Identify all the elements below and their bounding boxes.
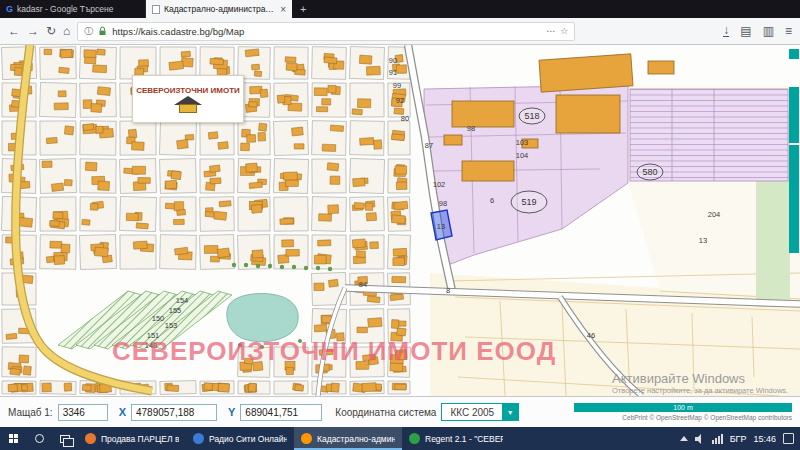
taskbar-app-button[interactable]: Кадастрално-админи... <box>294 427 402 450</box>
scale-ruler: 100 m <box>574 403 792 412</box>
screen: G kadasr - Google Търсене Кадастрално-ад… <box>0 0 800 450</box>
search-icon <box>35 434 44 443</box>
parcel-number: 92 <box>396 96 404 105</box>
x-label: X <box>119 406 126 418</box>
map-attribution: 100 m CebPrint © OpenStreetMap © OpenStr… <box>574 403 792 421</box>
y-coordinate-input[interactable] <box>240 404 322 421</box>
tab-title: Кадастрално-административна... <box>164 4 276 14</box>
parcel-number: 99 <box>393 81 401 90</box>
parcel-number: 90 <box>389 56 397 65</box>
parcel-number: 150 <box>152 314 165 323</box>
task-view-icon <box>60 435 70 443</box>
coord-system-label: Координатна система <box>335 407 436 418</box>
parcel-number: 104 <box>516 151 529 160</box>
parcel-number: 91 <box>389 68 397 77</box>
taskbar-app-button[interactable]: Regent 2.1 - "СЕВЕРО... <box>402 427 510 450</box>
agency-watermark: СЕВЕРОИЗТОЧНИ ИМОТИ ЕООД <box>112 336 556 367</box>
start-button[interactable] <box>0 427 26 450</box>
notification-center-icon[interactable] <box>783 433 794 444</box>
parcel-number: 84 <box>359 280 367 289</box>
zone-number: 519 <box>521 197 536 207</box>
system-tray: БГР 15:46 <box>680 433 800 444</box>
clock[interactable]: 15:46 <box>753 434 776 444</box>
windows-activation-watermark: Активирайте Windows Отворете настройките… <box>612 371 788 395</box>
copyright-text: CebPrint © OpenStreetMap © OpenStreetMap… <box>622 414 792 421</box>
parcel-number: 80 <box>401 114 409 123</box>
menu-icon[interactable]: ≡ <box>785 25 792 37</box>
zone-number: 580 <box>642 167 657 177</box>
map-tool-button[interactable] <box>789 49 799 59</box>
scale-label: Мащаб 1: <box>8 407 53 418</box>
tab-title: kadasr - Google Търсене <box>17 4 139 14</box>
taskbar-apps: Продава ПАРЦЕЛ в ...Радио Сити Онлайн (.… <box>78 427 510 450</box>
windows-logo-icon <box>9 434 18 443</box>
lock-icon <box>98 26 107 36</box>
app-icon <box>85 433 96 444</box>
parcel-number: 98 <box>439 199 447 208</box>
windows-taskbar: Продава ПАРЦЕЛ в ...Радио Сити Онлайн (.… <box>0 427 800 450</box>
taskbar-app-button[interactable]: Продава ПАРЦЕЛ в ... <box>78 427 186 450</box>
parcel-number: 98 <box>467 124 475 133</box>
parcel-number: 8 <box>446 286 450 295</box>
parcel-number: 153 <box>165 321 178 330</box>
parcel-number: 87 <box>425 141 433 150</box>
app-label: Кадастрално-админи... <box>317 434 395 444</box>
site-info-icon[interactable]: ⓘ <box>84 25 93 38</box>
parcel-number: 154 <box>176 296 189 305</box>
chevron-down-icon: ▼ <box>502 404 518 420</box>
scale-input[interactable] <box>58 404 108 421</box>
app-icon <box>193 433 204 444</box>
parcel-number: 46 <box>587 331 595 340</box>
forward-button[interactable]: → <box>27 25 39 37</box>
parcel-number: 6 <box>490 196 494 205</box>
bookmark-star-icon[interactable]: ☆ <box>560 26 568 36</box>
tab-google-search[interactable]: G kadasr - Google Търсене <box>0 0 146 18</box>
reload-button[interactable]: ↻ <box>46 25 56 37</box>
search-button[interactable] <box>26 427 52 450</box>
coord-system-select[interactable]: ККС 2005 ▼ <box>441 403 519 421</box>
google-favicon-icon: G <box>6 4 13 14</box>
browser-navbar: ← → ↻ ⌂ ⓘ https://kais.cadastre.bg/bg/Ma… <box>0 18 800 45</box>
map-statusbar: Мащаб 1: X Y Координатна система ККС 200… <box>0 396 800 427</box>
parcel-number: 155 <box>169 306 182 315</box>
downloads-icon[interactable]: ↓ <box>723 25 729 37</box>
app-icon <box>409 433 420 444</box>
task-view-button[interactable] <box>52 427 78 450</box>
parcel-number: 13 <box>699 236 707 245</box>
parcel-number: 102 <box>433 180 446 189</box>
network-icon[interactable] <box>712 434 723 444</box>
parcel-number: 103 <box>516 138 529 147</box>
navbar-right-icons: ↓ ▤ ▥ ≡ <box>723 25 792 37</box>
x-coordinate-input[interactable] <box>131 404 217 421</box>
page-favicon-icon <box>152 5 160 14</box>
home-button[interactable]: ⌂ <box>63 25 70 37</box>
library-icon[interactable]: ▤ <box>740 25 751 37</box>
address-bar[interactable]: ⓘ https://kais.cadastre.bg/bg/Map ⋯ ☆ <box>77 22 575 41</box>
map-zoom-track[interactable] <box>789 145 799 253</box>
url-text: https://kais.cadastre.bg/bg/Map <box>112 26 541 37</box>
app-label: Regent 2.1 - "СЕВЕРО... <box>425 434 503 444</box>
map-area: 9091999280988710310410298613848204134615… <box>0 45 800 396</box>
close-tab-icon[interactable]: × <box>280 4 286 15</box>
taskbar-app-button[interactable]: Радио Сити Онлайн (... <box>186 427 294 450</box>
tab-cadastre-map[interactable]: Кадастрално-административна... × <box>146 0 292 18</box>
tray-chevron-icon[interactable] <box>680 436 688 441</box>
page-actions-icon[interactable]: ⋯ <box>546 26 555 36</box>
zone-number: 518 <box>524 111 539 121</box>
language-indicator[interactable]: БГР <box>730 434 747 444</box>
agency-logo: СЕВЕРОИЗТОЧНИ ИМОТИ <box>132 75 244 123</box>
app-label: Продава ПАРЦЕЛ в ... <box>101 434 179 444</box>
parcel-number: 204 <box>708 210 721 219</box>
y-label: Y <box>228 406 235 418</box>
house-icon <box>174 96 202 113</box>
map-zoom-slider[interactable] <box>789 87 799 143</box>
back-button[interactable]: ← <box>8 25 20 37</box>
agency-logo-text: СЕВЕРОИЗТОЧНИ ИМОТИ <box>136 86 240 95</box>
sidebar-icon[interactable]: ▥ <box>763 25 774 37</box>
app-label: Радио Сити Онлайн (... <box>209 434 287 444</box>
app-icon <box>301 433 312 444</box>
browser-titlebar: G kadasr - Google Търсене Кадастрално-ад… <box>0 0 800 18</box>
speaker-icon[interactable] <box>695 434 705 444</box>
new-tab-button[interactable]: + <box>292 0 314 18</box>
parcel-number: 13 <box>437 222 445 231</box>
